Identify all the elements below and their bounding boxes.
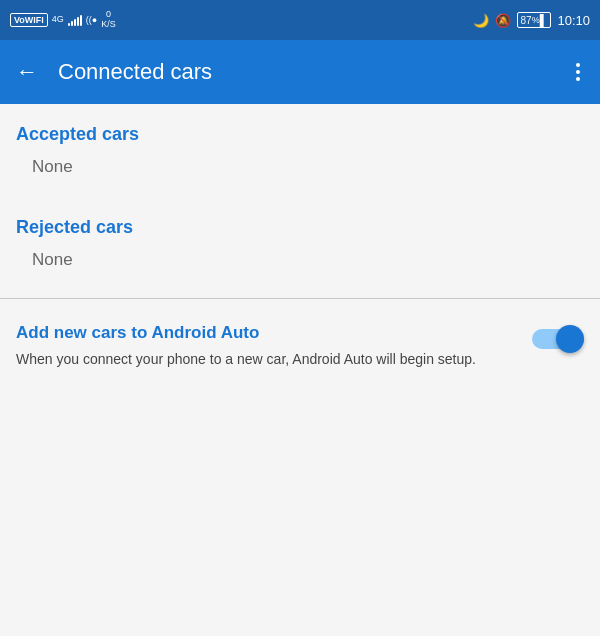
network-indicator: 4G xyxy=(52,15,64,25)
status-bar: VoWIFI 4G ((● 0 K/S 🌙 🔕 87 % ▌ 10:10 xyxy=(0,0,600,40)
status-left: VoWIFI 4G ((● 0 K/S xyxy=(10,10,116,30)
signal-bar-2 xyxy=(71,21,73,26)
network-type: 4G xyxy=(52,15,64,25)
section-divider xyxy=(0,298,600,299)
signal-bar-5 xyxy=(80,15,82,26)
data-speed: 0 K/S xyxy=(101,10,116,30)
accepted-cars-section: Accepted cars None xyxy=(0,104,600,197)
more-dot-2 xyxy=(576,70,580,74)
bell-icon: 🔕 xyxy=(495,13,511,28)
app-bar: ← Connected cars xyxy=(0,40,600,104)
page-title: Connected cars xyxy=(58,59,212,85)
signal-bar-1 xyxy=(68,23,70,26)
app-bar-left: ← Connected cars xyxy=(16,59,212,85)
battery-indicator: 87 % ▌ xyxy=(517,12,552,28)
time-display: 10:10 xyxy=(557,13,590,28)
toggle-description: When you connect your phone to a new car… xyxy=(16,349,516,370)
toggle-text-area: Add new cars to Android Auto When you co… xyxy=(16,323,516,370)
add-cars-toggle-section: Add new cars to Android Auto When you co… xyxy=(0,307,600,386)
vowifi-label: VoWIFI xyxy=(10,13,48,27)
accepted-cars-value: None xyxy=(32,157,584,177)
rejected-cars-section: Rejected cars None xyxy=(0,197,600,290)
more-dot-1 xyxy=(576,63,580,67)
battery-level: 87 xyxy=(521,15,532,26)
toggle-thumb xyxy=(556,325,584,353)
moon-icon: 🌙 xyxy=(473,13,489,28)
content-area: Accepted cars None Rejected cars None Ad… xyxy=(0,104,600,636)
toggle-title: Add new cars to Android Auto xyxy=(16,323,516,343)
accepted-cars-title: Accepted cars xyxy=(16,124,584,145)
signal-bar-4 xyxy=(77,17,79,26)
add-cars-toggle[interactable] xyxy=(532,325,584,353)
more-button[interactable] xyxy=(572,59,584,85)
signal-icon xyxy=(68,14,82,26)
back-button[interactable]: ← xyxy=(16,59,38,85)
rejected-cars-title: Rejected cars xyxy=(16,217,584,238)
status-right: 🌙 🔕 87 % ▌ 10:10 xyxy=(473,12,590,28)
more-dot-3 xyxy=(576,77,580,81)
rejected-cars-value: None xyxy=(32,250,584,270)
wifi-icon: ((● xyxy=(86,15,97,26)
signal-bar-3 xyxy=(74,19,76,26)
